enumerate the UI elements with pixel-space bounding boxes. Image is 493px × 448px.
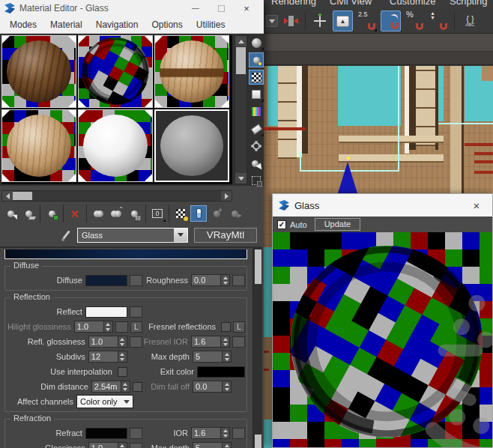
ior-map-button[interactable] xyxy=(232,428,245,439)
pick-material-from-object-button[interactable] xyxy=(60,228,73,242)
sample-slot-6-selected[interactable] xyxy=(154,109,229,182)
get-material-button[interactable]: ◥ xyxy=(2,205,19,222)
sample-type-button[interactable] xyxy=(249,35,264,50)
snap-toggle-25-button[interactable]: 2.5 xyxy=(357,10,377,31)
material-type-button[interactable]: VRayMtl xyxy=(194,228,257,243)
refract-color-swatch[interactable] xyxy=(85,428,127,439)
material-editor-titlebar[interactable]: Material Editor - Glass × xyxy=(0,0,264,16)
fresnel-ior-field[interactable]: 1.6 xyxy=(191,336,221,348)
dim-distance-spinner[interactable] xyxy=(121,381,130,393)
parameters-scrollbar[interactable] xyxy=(252,246,262,448)
put-material-to-scene-button[interactable] xyxy=(20,205,37,222)
minimize-button[interactable] xyxy=(183,0,208,16)
affect-channels-select[interactable]: Color only xyxy=(76,395,133,408)
sample-vertical-scrollbar[interactable] xyxy=(235,35,247,184)
percent-snap-button[interactable]: % xyxy=(405,10,425,31)
material-id-channel-button[interactable]: 0 xyxy=(149,205,166,222)
refl-glossiness-spinner[interactable] xyxy=(118,336,127,348)
sample-slot-3[interactable] xyxy=(154,35,229,108)
mirror-button[interactable] xyxy=(282,11,300,31)
use-interpolation-checkbox[interactable] xyxy=(118,367,127,377)
ior-field[interactable]: 1.6 xyxy=(191,427,221,439)
angle-snap-button[interactable] xyxy=(381,10,401,31)
ior-spinner[interactable] xyxy=(221,427,230,439)
hilight-glossiness-spinner[interactable] xyxy=(104,321,113,333)
put-to-library-button[interactable]: ▤ xyxy=(126,205,142,222)
scroll-thumb[interactable] xyxy=(236,47,246,74)
sample-slot-5[interactable] xyxy=(78,109,153,182)
menu-utilities[interactable]: Utilities xyxy=(190,17,232,32)
menu-navigation[interactable]: Navigation xyxy=(89,17,145,32)
menu-rendering[interactable]: Rendering xyxy=(271,0,316,7)
menu-options[interactable]: Options xyxy=(145,17,189,32)
fresnel-lock-button[interactable]: L xyxy=(233,321,245,333)
hilight-glossiness-map-button[interactable] xyxy=(115,321,128,333)
scroll-right-button[interactable] xyxy=(221,191,232,201)
fresnel-ior-spinner[interactable] xyxy=(221,336,230,348)
menu-material[interactable]: Material xyxy=(43,17,89,32)
make-preview-button[interactable] xyxy=(249,121,264,136)
dim-fall-off-field[interactable]: 0.0 xyxy=(193,381,223,393)
refl-glossiness-map-button[interactable] xyxy=(130,336,142,348)
keyboard-shortcut-override-button[interactable]: ▲ xyxy=(333,10,353,31)
make-material-copy-button[interactable] xyxy=(90,205,106,222)
close-button[interactable]: × xyxy=(467,196,486,214)
sample-slot-4[interactable] xyxy=(1,109,76,182)
select-and-manipulate-button[interactable] xyxy=(311,11,329,31)
maximize-button[interactable] xyxy=(208,0,234,16)
scroll-up-button[interactable] xyxy=(235,36,246,46)
roughness-map-button[interactable] xyxy=(232,275,245,286)
assign-material-to-selection-button[interactable] xyxy=(43,205,60,222)
roughness-field[interactable]: 0.0 xyxy=(191,274,221,286)
background-button[interactable] xyxy=(249,70,264,85)
menu-modes[interactable]: Modes xyxy=(3,17,43,32)
material-name-dropdown[interactable]: Glass xyxy=(77,228,188,243)
refraction-glossiness-spinner[interactable] xyxy=(118,442,127,448)
refraction-glossiness-map-button[interactable] xyxy=(130,443,142,448)
sample-slot-1[interactable] xyxy=(1,35,76,108)
update-button[interactable]: Update xyxy=(315,218,360,231)
close-button[interactable]: × xyxy=(234,0,259,16)
scroll-down-button[interactable] xyxy=(235,173,246,184)
max-depth-spinner[interactable] xyxy=(223,351,232,363)
sample-slot-2-glass[interactable] xyxy=(78,35,153,108)
dim-distance-field[interactable]: 2.54m xyxy=(91,381,121,393)
scroll-thumb[interactable] xyxy=(255,249,261,284)
diffuse-map-button[interactable] xyxy=(130,275,142,286)
auto-checkbox-group[interactable]: ✓ Auto xyxy=(277,220,307,229)
go-to-parent-button[interactable]: ▲ xyxy=(208,205,225,222)
dim-fall-off-spinner[interactable] xyxy=(223,381,232,393)
refl-glossiness-field[interactable]: 1.0 xyxy=(88,336,118,348)
show-shaded-material-in-viewport-button[interactable] xyxy=(172,205,189,222)
reflect-color-swatch[interactable] xyxy=(85,306,127,318)
reflect-map-button[interactable] xyxy=(130,306,142,318)
reset-material-button[interactable]: ✕ xyxy=(67,205,83,222)
auto-checkbox[interactable]: ✓ xyxy=(277,220,286,229)
sample-horizontal-scrollbar[interactable] xyxy=(1,190,232,202)
subdivs-spinner[interactable] xyxy=(118,351,127,363)
make-unique-button[interactable]: ⌃ xyxy=(108,205,124,222)
hilight-glossiness-field[interactable]: 1.0 xyxy=(74,321,104,333)
dim-distance-checkbox[interactable] xyxy=(133,382,142,392)
options-button[interactable] xyxy=(249,139,264,154)
video-color-check-button[interactable] xyxy=(249,104,264,119)
fresnel-ior-map-button[interactable] xyxy=(232,336,245,348)
scroll-thumb[interactable] xyxy=(13,192,32,200)
spinner-snap-button[interactable]: ▲▼ xyxy=(429,10,449,31)
exit-color-swatch[interactable] xyxy=(197,366,245,378)
hilight-lock-button[interactable]: L xyxy=(130,321,142,333)
roughness-spinner[interactable] xyxy=(221,274,230,286)
diffuse-color-swatch[interactable] xyxy=(85,275,127,286)
refract-map-button[interactable] xyxy=(130,428,142,439)
menu-scripting[interactable]: Scripting xyxy=(450,0,488,7)
edit-named-selection-sets-button[interactable]: { } ABC xyxy=(460,10,480,31)
scroll-left-button[interactable] xyxy=(2,191,13,201)
menu-civil-view[interactable]: Civil View xyxy=(330,0,372,7)
material-map-navigator-button[interactable] xyxy=(249,173,264,188)
refraction-glossiness-field[interactable]: 1.0 xyxy=(88,442,118,448)
select-by-material-button[interactable] xyxy=(249,156,264,171)
dropdown-button[interactable] xyxy=(174,228,187,242)
max-depth-field[interactable]: 5 xyxy=(193,351,223,363)
sample-uv-tiling-button[interactable] xyxy=(249,87,264,102)
show-end-result-button[interactable] xyxy=(190,205,207,222)
